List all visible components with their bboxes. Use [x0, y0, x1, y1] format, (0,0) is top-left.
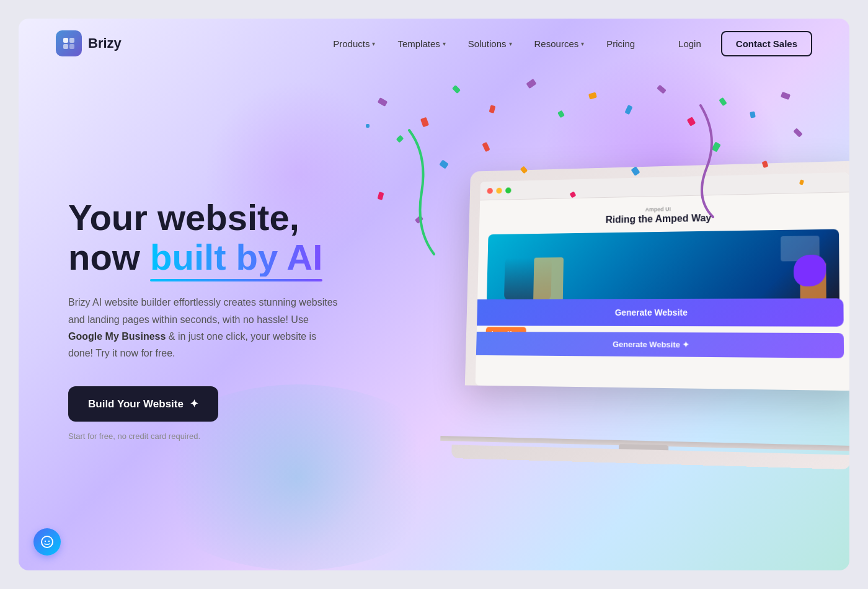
close-dot [487, 188, 493, 194]
laptop-screen-outer: Amped UI Riding the Amped Way [465, 161, 849, 391]
generate-btn-area: Generate Website Generate Website ✦ [476, 298, 849, 358]
cta-note: Start for free, no credit card required. [68, 432, 391, 441]
hero-visual: Amped UI Riding the Amped Way [403, 56, 849, 570]
svg-rect-2 [63, 44, 68, 49]
logo-area[interactable]: Brizy [56, 30, 122, 56]
preview-hero-image [487, 229, 839, 306]
nav-actions: Login Contact Sales [668, 31, 812, 56]
hero-title-prefix: now [68, 237, 150, 277]
nav-item-templates[interactable]: Templates ▾ [389, 33, 454, 54]
nav-item-pricing[interactable]: Pricing [598, 33, 644, 54]
svg-point-6 [48, 541, 50, 542]
purple-blob-decoration [794, 255, 826, 286]
chevron-down-icon: ▾ [509, 40, 512, 47]
nav-item-solutions[interactable]: Solutions ▾ [459, 33, 521, 54]
main-frame: Brizy Products ▾ Templates ▾ Solutions ▾… [19, 19, 849, 570]
chevron-down-icon: ▾ [581, 40, 584, 47]
laptop-screen-bezel: Amped UI Riding the Amped Way [476, 172, 849, 391]
website-preview: Amped UI Riding the Amped Way [476, 192, 849, 391]
hero-title-highlight: built by AI [150, 237, 322, 277]
logo-icon [56, 30, 82, 56]
nav-item-resources[interactable]: Resources ▾ [526, 33, 593, 54]
hero-content: Your website, now built by AI Brizy AI w… [68, 198, 391, 441]
sparkle-icon: ✦ [190, 397, 198, 410]
minimize-dot [496, 187, 502, 193]
hero-title: Your website, now built by AI [68, 198, 391, 277]
svg-rect-0 [63, 38, 68, 43]
navbar: Brizy Products ▾ Templates ▾ Solutions ▾… [19, 19, 849, 68]
screen-content: Amped UI Riding the Amped Way [476, 172, 849, 391]
contact-sales-button[interactable]: Contact Sales [721, 31, 812, 56]
maximize-dot [505, 187, 512, 193]
laptop-mockup: Amped UI Riding the Amped Way [440, 161, 849, 470]
generate-website-button[interactable]: Generate Website [476, 298, 844, 327]
svg-rect-1 [69, 38, 74, 43]
hero-description: Brizy AI website builder effortlessly cr… [68, 294, 341, 361]
hero-bold-text: Google My Business [68, 331, 166, 342]
build-website-button[interactable]: Build Your Website ✦ [68, 386, 218, 422]
hero-section: Your website, now built by AI Brizy AI w… [19, 68, 849, 570]
chevron-down-icon: ▾ [372, 40, 375, 47]
generate-website-spark-button[interactable]: Generate Website ✦ [476, 332, 844, 358]
svg-rect-3 [69, 44, 74, 49]
login-button[interactable]: Login [668, 33, 711, 54]
chat-widget-button[interactable] [33, 528, 61, 556]
nav-links: Products ▾ Templates ▾ Solutions ▾ Resou… [324, 33, 644, 54]
chevron-down-icon: ▾ [443, 40, 446, 47]
nav-item-products[interactable]: Products ▾ [324, 33, 384, 54]
svg-point-4 [42, 536, 53, 547]
svg-point-5 [45, 541, 46, 542]
logo-text: Brizy [88, 35, 122, 51]
